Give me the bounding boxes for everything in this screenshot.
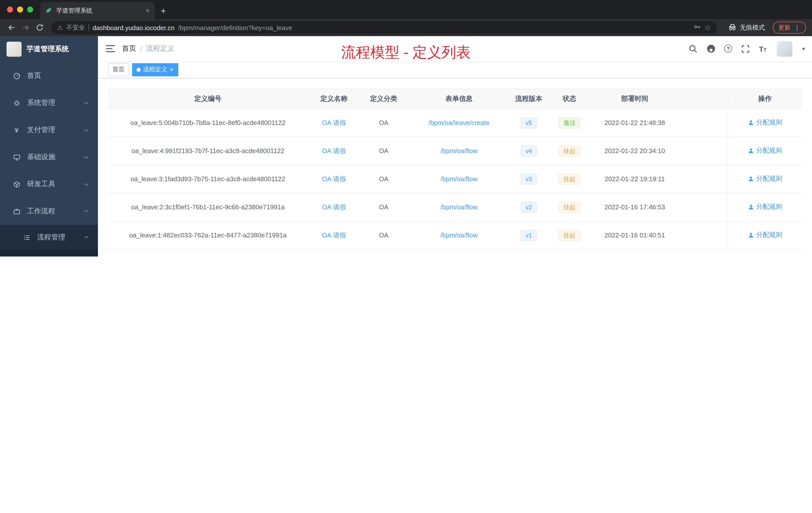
- definition-name-link[interactable]: OA 请假: [322, 175, 346, 182]
- table-row[interactable]: oa_leave:5:004b710b-7b8a-11ec-8ef0-acde4…: [108, 109, 802, 137]
- form-info-link[interactable]: /bpm/oa/flow: [440, 175, 477, 183]
- dashboard-icon: [12, 72, 21, 80]
- chevron-up-icon: [84, 210, 89, 214]
- monitor-icon: [12, 153, 21, 161]
- sidebar-item-process-mgmt[interactable]: 流程管理: [0, 225, 98, 250]
- app-title: 芋道管理系统: [27, 45, 69, 54]
- definition-id: oa_leave:2:3c1f0ef1-76b1-11ec-9c66-a2380…: [131, 203, 285, 211]
- address-bar[interactable]: ⚠ 不安全 dashboard.yudao.iocoder.cn /bpm/ma…: [51, 21, 717, 34]
- help-icon[interactable]: ?: [724, 45, 732, 53]
- fullscreen-icon[interactable]: [741, 44, 750, 54]
- sidebar-item-system-mgmt[interactable]: 系统管理: [0, 89, 98, 117]
- security-label[interactable]: 不安全: [66, 23, 85, 32]
- col-status: 状态: [547, 89, 592, 109]
- form-info-link[interactable]: /bpm/oa/flow: [440, 203, 477, 211]
- form-info-link[interactable]: /bpm/oa/flow: [440, 232, 477, 239]
- window-minimize-button[interactable]: [17, 6, 23, 12]
- version-badge: v2: [521, 202, 537, 213]
- browser-tab[interactable]: 芋道管理系统 ×: [40, 2, 155, 19]
- sidebar-menu: 首页 系统管理 ¥ 支付管理 基础设施: [0, 62, 98, 256]
- deploy-time: 2022-01-16 01:40:51: [604, 232, 665, 239]
- definition-id: oa_leave:4:991f2193-7b7f-11ec-a3c8-acde4…: [131, 147, 284, 155]
- col-deploy-time: 部署时间: [592, 89, 677, 109]
- assign-rule-button[interactable]: 分配规则: [748, 146, 782, 155]
- deploy-time: 2022-01-22 21:48:38: [604, 119, 665, 126]
- password-key-icon[interactable]: [693, 23, 701, 32]
- bookmark-star-icon[interactable]: ☆: [704, 23, 711, 32]
- chevron-down-icon: [84, 100, 89, 104]
- definition-name-link[interactable]: OA 请假: [322, 203, 346, 211]
- window-controls: [7, 6, 33, 12]
- form-info-link[interactable]: /bpm/oa/flow: [440, 147, 477, 155]
- spacer: [677, 221, 728, 249]
- spacer: [677, 109, 728, 137]
- tag-label: 流程定义: [143, 65, 167, 74]
- sidebar-item-infrastructure[interactable]: 基础设施: [0, 144, 98, 171]
- url-path: /bpm/manager/definition?key=oa_leave: [178, 24, 292, 31]
- col-definition-name: 定义名称: [308, 89, 360, 109]
- browser-toolbar: ⚠ 不安全 dashboard.yudao.iocoder.cn /bpm/ma…: [0, 19, 812, 36]
- assign-rule-button[interactable]: 分配规则: [748, 175, 782, 183]
- definition-name-link[interactable]: OA 请假: [322, 231, 346, 239]
- tags-view-bar: 首页 流程定义 ×: [98, 61, 812, 78]
- table-row[interactable]: oa_leave:2:3c1f0ef1-76b1-11ec-9c66-a2380…: [108, 193, 802, 221]
- list-icon: [23, 233, 31, 241]
- reload-button[interactable]: [34, 22, 45, 33]
- font-size-icon[interactable]: TT: [759, 45, 766, 53]
- search-icon[interactable]: [688, 44, 697, 54]
- sidebar-item-workflow[interactable]: 工作流程: [0, 198, 98, 225]
- tab-title: 芋道管理系统: [56, 6, 142, 15]
- sidebar-item-dev-tools[interactable]: 研发工具: [0, 171, 98, 198]
- definition-category: OA: [379, 175, 388, 183]
- sidebar-item-process-form[interactable]: 流程表单: [0, 250, 98, 256]
- col-definition-category: 定义分类: [360, 89, 407, 109]
- window-zoom-button[interactable]: [27, 6, 33, 12]
- table-row[interactable]: oa_leave:4:991f2193-7b7f-11ec-a3c8-acde4…: [108, 137, 802, 165]
- page-content: 定义编号 定义名称 定义分类 表单信息 流程版本 状态 部署时间 操作: [98, 78, 812, 256]
- assign-rule-button[interactable]: 分配规则: [748, 203, 782, 212]
- tag-process-definition[interactable]: 流程定义 ×: [132, 63, 178, 76]
- screen: 芋道管理系统 × + ⚠ 不安全 dashboard.yudao.iocoder…: [0, 0, 812, 256]
- avatar[interactable]: [777, 41, 793, 57]
- definition-category: OA: [379, 203, 388, 211]
- col-form-info: 表单信息: [407, 89, 511, 109]
- tab-favicon-icon: [45, 7, 52, 14]
- definition-id: oa_leave:5:004b710b-7b8a-11ec-8ef0-acde4…: [130, 119, 286, 126]
- sidebar-item-payment-mgmt[interactable]: ¥ 支付管理: [0, 117, 98, 144]
- assign-rule-button[interactable]: 分配规则: [748, 231, 782, 240]
- app-logo[interactable]: 芋道管理系统: [0, 36, 98, 62]
- definition-name-link[interactable]: OA 请假: [322, 119, 346, 126]
- window-close-button[interactable]: [7, 6, 13, 12]
- chevron-down-icon: [84, 127, 89, 131]
- tag-close-icon[interactable]: ×: [170, 66, 174, 73]
- sidebar-toggle-button[interactable]: [106, 45, 115, 52]
- col-definition-id: 定义编号: [108, 89, 308, 109]
- version-badge: v4: [521, 145, 537, 156]
- tab-close-icon[interactable]: ×: [146, 7, 150, 14]
- divider: [89, 24, 89, 31]
- table-row[interactable]: oa_leave:3:1fad3d93-7b75-11ec-a3c8-acde4…: [108, 165, 802, 193]
- forward-button[interactable]: [20, 22, 31, 33]
- spacer: [677, 165, 728, 193]
- github-icon[interactable]: [706, 44, 716, 54]
- breadcrumb-home[interactable]: 首页: [122, 44, 136, 53]
- definition-id: oa_leave:3:1fad3d93-7b75-11ec-a3c8-acde4…: [130, 175, 285, 183]
- definition-table: 定义编号 定义名称 定义分类 表单信息 流程版本 状态 部署时间 操作: [108, 88, 802, 249]
- status-badge: 挂起: [558, 230, 580, 241]
- chevron-up-icon: [84, 236, 89, 240]
- definition-id: oa_leave:1:482ec033-762a-11ec-8477-a2380…: [129, 232, 287, 239]
- sidebar-item-home[interactable]: 首页: [0, 62, 98, 89]
- tag-home[interactable]: 首页: [108, 63, 129, 76]
- spacer: [677, 137, 728, 165]
- assign-rule-button[interactable]: 分配规则: [748, 118, 782, 127]
- new-tab-button[interactable]: +: [161, 6, 166, 16]
- form-info-link[interactable]: /bpm/oa/leave/create: [429, 119, 490, 126]
- update-button[interactable]: 更新 ⋮: [773, 22, 806, 34]
- table-row[interactable]: oa_leave:1:482ec033-762a-11ec-8477-a2380…: [108, 221, 802, 249]
- back-button[interactable]: [6, 22, 17, 33]
- logo-avatar: [6, 42, 22, 57]
- definition-name-link[interactable]: OA 请假: [322, 147, 346, 154]
- active-dot-icon: [137, 67, 141, 71]
- menu-kebab-icon[interactable]: ⋮: [794, 24, 801, 31]
- avatar-caret-icon[interactable]: ▾: [802, 46, 805, 52]
